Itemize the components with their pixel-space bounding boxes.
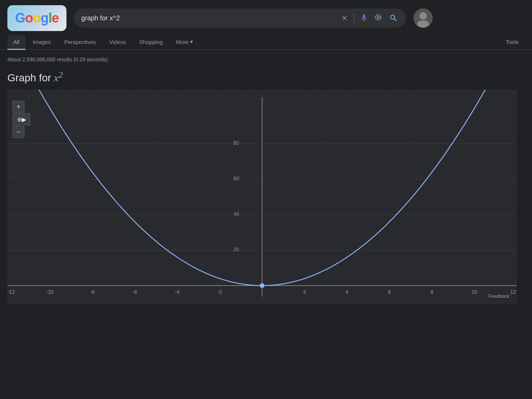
svg-text:4: 4 [346,289,349,295]
svg-text:60: 60 [233,175,239,181]
svg-point-33 [260,283,264,288]
svg-text:-8: -8 [90,289,95,295]
pan-icon: ⊕▶ [17,116,26,123]
search-divider [354,13,354,23]
svg-text:6: 6 [388,289,391,295]
graph-section: Graph for x2 + ⊕▶ − [0,66,532,304]
svg-text:20: 20 [233,246,239,252]
svg-point-4 [419,12,427,20]
graph-controls: + ⊕▶ − [13,101,30,138]
tab-all[interactable]: All [7,35,25,50]
svg-text:-12: -12 [7,289,15,295]
svg-text:-6: -6 [133,289,137,295]
mic-icon [360,14,368,23]
pan-button[interactable]: ⊕▶ [13,113,30,125]
search-button[interactable] [388,13,399,23]
tab-perspectives[interactable]: Perspectives [58,35,102,50]
svg-text:80: 80 [233,140,239,146]
chevron-down-icon: ▾ [190,38,193,45]
search-bar[interactable]: graph for x^2 [74,8,406,28]
lens-search-button[interactable] [374,13,384,23]
tab-shopping[interactable]: Shopping [133,35,168,50]
feedback-link[interactable]: Feedback [488,293,509,299]
search-icon [389,14,398,23]
tab-tools[interactable]: Tools [500,35,525,50]
svg-text:-2: -2 [217,289,222,295]
voice-search-button[interactable] [359,13,369,23]
svg-text:12: 12 [510,289,516,295]
tab-images[interactable]: Images [27,35,57,50]
svg-text:-4: -4 [175,289,180,295]
nav-tabs: All Images Perspectives Videos Shopping … [0,35,532,50]
close-icon [341,14,348,22]
svg-text:2: 2 [303,289,306,295]
avatar[interactable] [413,8,433,28]
lens-icon [374,14,383,23]
svg-text:8: 8 [430,289,433,295]
zoom-out-button[interactable]: − [13,126,24,138]
search-input[interactable]: graph for x^2 [81,14,335,22]
parabola-graph: 20 40 60 80 -10 -8 -6 -4 [7,90,517,304]
tab-videos[interactable]: Videos [103,35,132,50]
tab-more[interactable]: More ▾ [170,35,199,50]
svg-point-5 [417,20,429,28]
avatar-image [413,8,433,28]
svg-text:10: 10 [471,289,477,295]
google-logo[interactable]: Google [7,5,66,31]
graph-title: Graph for x2 [7,70,525,84]
graph-container[interactable]: + ⊕▶ − [7,90,517,304]
zoom-in-button[interactable]: + [13,101,24,113]
header: Google graph for x^2 [0,0,532,35]
svg-text:40: 40 [233,211,239,217]
svg-text:-10: -10 [46,289,54,295]
clear-button[interactable] [339,13,350,23]
results-summary: About 2,590,000,000 results (0.29 second… [0,50,532,66]
